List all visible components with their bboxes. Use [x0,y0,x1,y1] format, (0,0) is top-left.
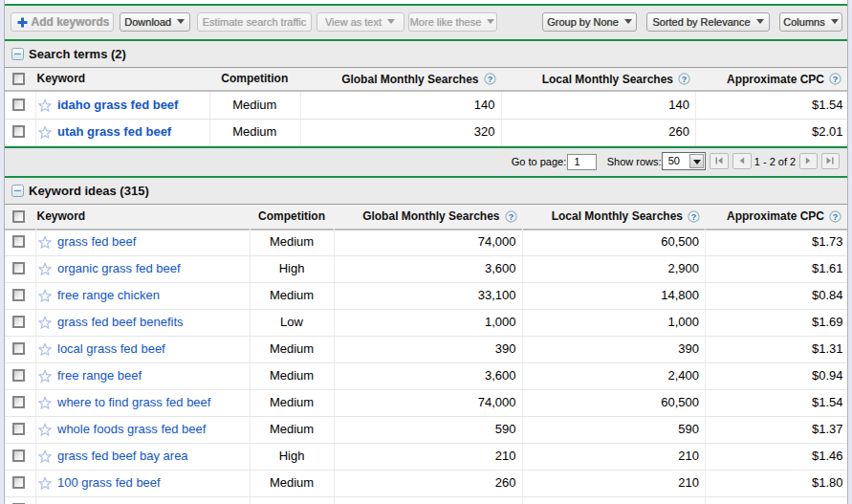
svg-text:?: ? [508,211,513,221]
svg-text:?: ? [833,75,839,84]
svg-text:?: ? [682,75,688,84]
svg-text:?: ? [691,211,697,221]
svg-text:?: ? [487,75,492,84]
svg-text:?: ? [833,211,839,221]
